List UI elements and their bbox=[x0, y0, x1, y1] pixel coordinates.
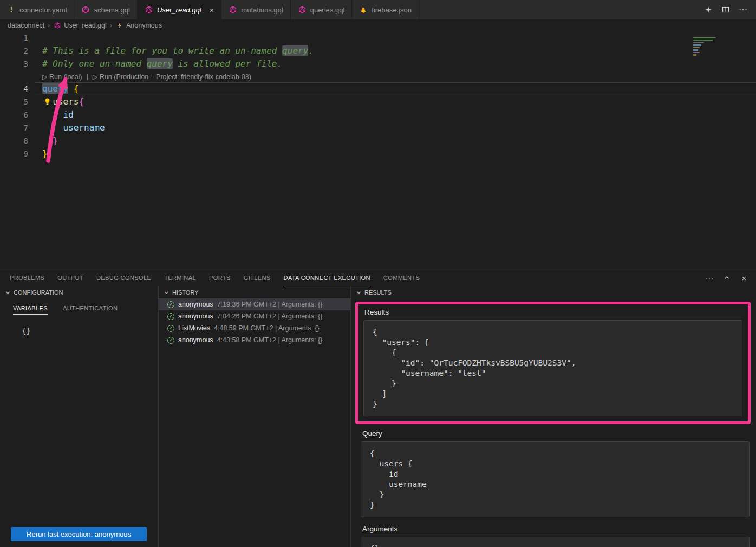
code-token: query bbox=[282, 45, 308, 56]
breadcrumb-item-anonymous[interactable]: Anonymous bbox=[115, 21, 162, 30]
results-section: RESULTS Results { "users": [ { "id": "Or… bbox=[351, 286, 756, 547]
more-actions-icon[interactable]: ··· bbox=[739, 5, 747, 14]
tab-label: firebase.json bbox=[372, 6, 412, 14]
codelens-separator: | bbox=[87, 73, 88, 80]
tab-close-icon[interactable]: × bbox=[210, 6, 214, 14]
tab-label: queries.gql bbox=[310, 6, 345, 14]
line-number: 3 bbox=[0, 57, 35, 70]
editor-tab-queries-gql[interactable]: queries.gql bbox=[291, 0, 353, 19]
code-token: # This is a file for you to write an un-… bbox=[42, 45, 282, 56]
code-token bbox=[42, 122, 63, 133]
close-panel-icon[interactable]: × bbox=[740, 274, 748, 282]
editor-tab-schema-gql[interactable]: schema.gql bbox=[74, 0, 137, 19]
configuration-header[interactable]: CONFIGURATION bbox=[0, 286, 158, 298]
check-circle-icon: ✓ bbox=[167, 337, 174, 344]
code-editor[interactable]: 12# This is a file for you to write an u… bbox=[0, 31, 756, 269]
line-content[interactable]: id bbox=[35, 108, 756, 121]
code-token: query bbox=[42, 83, 68, 94]
line-content[interactable]: users{ bbox=[35, 95, 756, 108]
lightbulb-icon[interactable] bbox=[43, 97, 51, 106]
panel-tab-terminal[interactable]: TERMINAL bbox=[164, 269, 196, 286]
query-code: { users { id username } } bbox=[361, 441, 750, 517]
editor-tab-firebase-json[interactable]: firebase.json bbox=[352, 0, 419, 19]
rerun-button[interactable]: Rerun last execution: anonymous bbox=[11, 527, 147, 541]
code-line-2[interactable]: 2# This is a file for you to write an un… bbox=[0, 44, 756, 57]
results-header[interactable]: RESULTS bbox=[351, 286, 756, 298]
minimap-line bbox=[693, 47, 700, 49]
minimap-line bbox=[693, 52, 700, 54]
check-mark: ✓ bbox=[169, 302, 173, 307]
line-content[interactable]: # Only one un-named query is allowed per… bbox=[35, 57, 756, 70]
editor-tab-mutations-gql[interactable]: mutations.gql bbox=[221, 0, 290, 19]
chevron-up-icon[interactable] bbox=[722, 274, 731, 282]
line-number: 7 bbox=[0, 121, 35, 134]
line-number: 1 bbox=[0, 31, 35, 44]
code-line-8[interactable]: 8 } bbox=[0, 134, 756, 147]
code-line-1[interactable]: 1 bbox=[0, 31, 756, 44]
code-token bbox=[42, 109, 63, 120]
minimap-line bbox=[693, 37, 716, 39]
panel-tab-comments[interactable]: COMMENTS bbox=[383, 269, 420, 286]
codelens-run-local[interactable]: ▷ Run (local) bbox=[42, 73, 82, 81]
line-content[interactable]: } bbox=[35, 134, 756, 147]
code-token: # Only one un-named bbox=[42, 58, 147, 69]
bottom-panel: PROBLEMSOUTPUTDEBUG CONSOLETERMINALPORTS… bbox=[0, 269, 756, 547]
breadcrumb-label: Anonymous bbox=[126, 22, 162, 29]
panel-tab-ports[interactable]: PORTS bbox=[209, 269, 231, 286]
minimap-line bbox=[693, 54, 696, 56]
editor-tab-user-read-gql[interactable]: User_read.gql× bbox=[138, 0, 221, 19]
line-content[interactable]: query { bbox=[35, 82, 756, 95]
split-editor-icon[interactable] bbox=[721, 5, 730, 14]
more-actions-icon[interactable]: ··· bbox=[705, 274, 714, 282]
configuration-tabs: VARIABLESAUTHENTICATION bbox=[0, 298, 158, 315]
history-item-listmovies[interactable]: ✓ListMovies4:48:59 PM GMT+2 | Arguments:… bbox=[159, 322, 350, 334]
breadcrumb-item-dataconnect[interactable]: dataconnect bbox=[8, 22, 44, 29]
minimap[interactable] bbox=[693, 35, 726, 56]
editor-tab-connector-yaml[interactable]: !connector.yaml bbox=[0, 0, 74, 19]
code-line-7[interactable]: 7 username bbox=[0, 121, 756, 134]
line-content[interactable] bbox=[35, 31, 756, 44]
history-list: ✓anonymous7:19:36 PM GMT+2 | Arguments: … bbox=[159, 298, 350, 346]
code-line-5[interactable]: 5 users{ bbox=[0, 95, 756, 108]
graphql-icon bbox=[298, 5, 307, 14]
panel-tab-problems[interactable]: PROBLEMS bbox=[10, 269, 44, 286]
sparkle-icon[interactable] bbox=[704, 5, 713, 14]
history-item-anonymous[interactable]: ✓anonymous7:04:26 PM GMT+2 | Arguments: … bbox=[159, 310, 350, 322]
history-header[interactable]: HISTORY bbox=[159, 286, 350, 298]
code-line-9[interactable]: 9} bbox=[0, 147, 756, 160]
panel-tab-output[interactable]: OUTPUT bbox=[57, 269, 83, 286]
history-section: HISTORY ✓anonymous7:19:36 PM GMT+2 | Arg… bbox=[159, 286, 351, 547]
panel-tab-data-connect-execution[interactable]: DATA CONNECT EXECUTION bbox=[284, 269, 370, 286]
tab-label: mutations.gql bbox=[241, 6, 283, 14]
config-tab-authentication[interactable]: AUTHENTICATION bbox=[63, 305, 118, 315]
breadcrumb-separator: › bbox=[110, 22, 112, 29]
minimap-line bbox=[693, 44, 701, 46]
line-number: 9 bbox=[0, 147, 35, 160]
code-line-6[interactable]: 6 id bbox=[0, 108, 756, 121]
results-content: Results { "users": [ { "id": "OrTucFODZH… bbox=[351, 298, 756, 547]
codelens-run-production[interactable]: ▷ Run (Production – Project: friendly-fl… bbox=[93, 73, 251, 81]
graphql-icon bbox=[81, 5, 90, 14]
history-name: anonymous bbox=[178, 301, 213, 308]
config-tab-variables[interactable]: VARIABLES bbox=[13, 305, 48, 315]
code-token: } bbox=[42, 148, 48, 159]
results-title: RESULTS bbox=[364, 289, 392, 296]
configuration-section: CONFIGURATION VARIABLESAUTHENTICATION {}… bbox=[0, 286, 159, 547]
line-content[interactable]: } bbox=[35, 147, 756, 160]
code-line-3[interactable]: 3# Only one un-named query is allowed pe… bbox=[0, 57, 756, 70]
breadcrumb-item-user-read-gql[interactable]: User_read.gql bbox=[53, 21, 107, 30]
code-token: } bbox=[53, 135, 58, 146]
code-line-4[interactable]: 4query { bbox=[0, 82, 756, 95]
line-content[interactable]: # This is a file for you to write an un-… bbox=[35, 44, 756, 57]
history-item-anonymous[interactable]: ✓anonymous7:19:36 PM GMT+2 | Arguments: … bbox=[159, 298, 350, 310]
line-content[interactable]: username bbox=[35, 121, 756, 134]
check-mark: ✓ bbox=[169, 314, 173, 319]
history-item-anonymous[interactable]: ✓anonymous4:43:58 PM GMT+2 | Arguments: … bbox=[159, 334, 350, 346]
panel-tab-debug-console[interactable]: DEBUG CONSOLE bbox=[96, 269, 151, 286]
code-token bbox=[68, 83, 74, 94]
code-token: users bbox=[53, 96, 79, 107]
results-json: { "users": [ { "id": "OrTucFODZHTksvBSBU… bbox=[363, 320, 742, 416]
chevron-down-icon bbox=[356, 290, 362, 296]
editor-tabs: !connector.yamlschema.gqlUser_read.gql×m… bbox=[0, 0, 419, 19]
panel-tab-gitlens[interactable]: GITLENS bbox=[244, 269, 271, 286]
